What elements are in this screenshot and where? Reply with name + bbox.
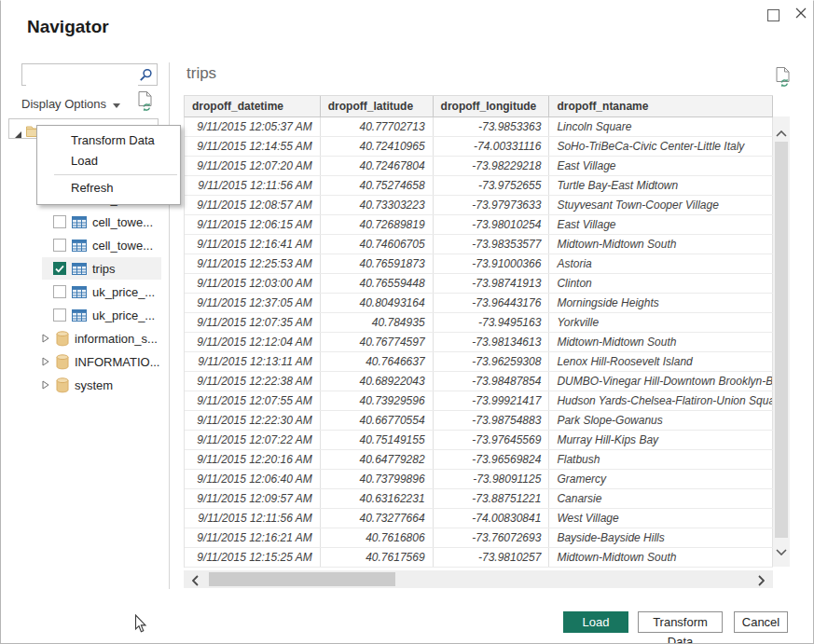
table-cell: 40.7646637 [321, 352, 434, 371]
table-cell: -74.00331116 [434, 137, 550, 156]
table-cell: 9/11/2015 12:13:11 AM [185, 352, 321, 371]
table-cell: -73.96569824 [434, 450, 550, 469]
table-cell: Morningside Heights [549, 294, 773, 312]
menu-item-refresh[interactable]: Refresh [37, 178, 180, 199]
table-cell: 40.66770554 [321, 411, 434, 430]
scroll-up-icon[interactable] [776, 124, 787, 141]
table-cell: 9/11/2015 12:06:15 AM [185, 215, 321, 234]
table-cell: 9/11/2015 12:06:40 AM [185, 470, 321, 488]
table-cell: 9/11/2015 12:07:22 AM [185, 431, 321, 449]
menu-item-transform-data[interactable]: Transform Data [37, 130, 180, 151]
table-icon [72, 263, 87, 275]
table-cell: 40.63162231 [321, 489, 434, 508]
column-header-dropoff_ntaname: dropoff_ntaname [549, 96, 773, 116]
table-cell: 9/11/2015 12:07:20 AM [185, 157, 321, 175]
vertical-scrollbar-thumb[interactable] [775, 142, 788, 538]
horizontal-scrollbar-thumb[interactable] [209, 572, 395, 586]
table-cell: -73.98487854 [434, 372, 550, 391]
sidebar-item-uk-price[interactable]: uk_price_... [42, 304, 161, 326]
table-cell: 40.75149155 [321, 431, 434, 449]
table-row: 9/11/2015 12:09:57 AM40.63162231-73.8875… [185, 489, 773, 509]
vertical-scrollbar[interactable] [773, 116, 790, 567]
horizontal-scrollbar[interactable] [184, 570, 773, 588]
cancel-button[interactable]: Cancel [734, 611, 788, 633]
table-cell: -73.99921417 [434, 391, 550, 410]
table-cell: 9/11/2015 12:11:56 AM [185, 176, 321, 195]
table-cell: -74.00830841 [434, 509, 550, 528]
table-row: 9/11/2015 12:12:04 AM40.76774597-73.9813… [185, 333, 773, 352]
checkbox-icon[interactable] [53, 308, 66, 322]
table-cell: Turtle Bay-East Midtown [549, 176, 773, 195]
column-header-dropoff_datetime: dropoff_datetime [185, 96, 321, 116]
table-row: 9/11/2015 12:20:16 AM40.64779282-73.9656… [185, 450, 773, 470]
preview-table: dropoff_datetimedropoff_latitudedropoff_… [184, 95, 773, 568]
table-cell: Hudson Yards-Chelsea-Flatiron-Union Squa… [549, 391, 773, 410]
table-cell: 40.64779282 [321, 450, 434, 469]
sidebar-item-label: information_s... [75, 332, 158, 346]
preview-table-header: dropoff_datetimedropoff_latitudedropoff_… [184, 95, 773, 117]
load-button[interactable]: Load [563, 611, 628, 633]
checkbox-icon[interactable] [53, 285, 66, 298]
table-cell: DUMBO-Vinegar Hill-Downtown Brooklyn-Boe… [549, 372, 773, 391]
checkbox-icon[interactable] [53, 215, 66, 228]
table-cell: -73.98754883 [434, 411, 550, 430]
table-cell: Yorkville [549, 313, 773, 332]
sidebar-item-cell-towe[interactable]: cell_towe... [42, 234, 161, 256]
chevron-right-triangle-icon[interactable] [42, 334, 50, 343]
sidebar-item-cell-towe[interactable]: cell_towe... [42, 211, 161, 233]
sidebar-item-label: trips [92, 262, 116, 276]
table-cell: 40.7617569 [321, 548, 434, 567]
chevron-right-triangle-icon[interactable] [42, 357, 50, 366]
table-cell: -73.9495163 [434, 313, 550, 332]
close-icon[interactable] [794, 7, 809, 21]
sidebar-item-uk-price[interactable]: uk_price_... [42, 281, 161, 303]
table-cell: -73.97973633 [434, 196, 550, 214]
table-cell: -73.98010254 [434, 215, 550, 234]
table-cell: 9/11/2015 12:37:05 AM [185, 294, 321, 312]
table-row: 9/11/2015 12:14:55 AM40.72410965-74.0033… [185, 137, 773, 157]
column-header-dropoff_latitude: dropoff_latitude [321, 96, 434, 116]
table-icon [72, 286, 87, 298]
scroll-left-icon[interactable] [192, 573, 199, 590]
checkbox-checked-icon[interactable] [53, 262, 66, 275]
table-cell: Flatbush [549, 450, 773, 469]
table-cell: 40.76774597 [321, 333, 434, 351]
table-cell: West Village [549, 509, 773, 528]
scroll-right-icon[interactable] [758, 573, 765, 590]
menu-item-load[interactable]: Load [37, 151, 180, 171]
table-cell: Bayside-Bayside Hills [549, 528, 773, 547]
table-cell: 9/11/2015 12:07:35 AM [185, 313, 321, 332]
sidebar-item-system[interactable]: system [42, 374, 161, 396]
table-row: 9/11/2015 12:22:30 AM40.66770554-73.9875… [185, 411, 773, 431]
sidebar-item-label: uk_price_... [92, 308, 155, 322]
table-cell: Midtown-Midtown South [549, 548, 773, 567]
table-cell: 40.76591873 [321, 254, 434, 273]
table-cell: SoHo-TriBeCa-Civic Center-Little Italy [549, 137, 773, 156]
database-cylinder-icon [56, 354, 69, 370]
table-cell: 9/11/2015 12:12:04 AM [185, 333, 321, 351]
table-cell: -73.76072693 [434, 528, 550, 547]
sidebar-item-label: cell_towe... [92, 215, 153, 229]
table-cell: Lincoln Square [549, 117, 773, 136]
table-cell: 40.73929596 [321, 391, 434, 410]
sidebar-item-label: system [75, 378, 113, 392]
table-row: 9/11/2015 12:37:05 AM40.80493164-73.9644… [185, 294, 773, 313]
sidebar-item-information-s[interactable]: information_s... [42, 327, 161, 349]
sidebar-item-label: cell_towe... [92, 239, 153, 253]
scroll-down-icon[interactable] [776, 542, 787, 559]
table-row: 9/11/2015 12:13:11 AM40.7646637-73.96259… [185, 352, 773, 372]
table-row: 9/11/2015 12:03:00 AM40.76559448-73.9874… [185, 274, 773, 294]
chevron-right-triangle-icon[interactable] [42, 380, 50, 390]
table-cell: 40.80493164 [321, 294, 434, 312]
refresh-file-icon[interactable] [775, 66, 792, 90]
database-cylinder-icon [56, 377, 69, 393]
table-row: 9/11/2015 12:22:38 AM40.68922043-73.9848… [185, 372, 773, 391]
maximize-icon[interactable] [767, 9, 780, 21]
table-row: 9/11/2015 12:25:53 AM40.76591873-73.9100… [185, 254, 773, 274]
sidebar-item-trips[interactable]: trips [42, 257, 161, 280]
sidebar-item-informatio[interactable]: INFORMATIO... [42, 350, 161, 373]
table-cell: -73.9853363 [434, 117, 550, 136]
checkbox-icon[interactable] [53, 239, 66, 252]
transform-data-button[interactable]: Transform Data [638, 611, 723, 633]
table-cell: Canarsie [549, 489, 773, 508]
